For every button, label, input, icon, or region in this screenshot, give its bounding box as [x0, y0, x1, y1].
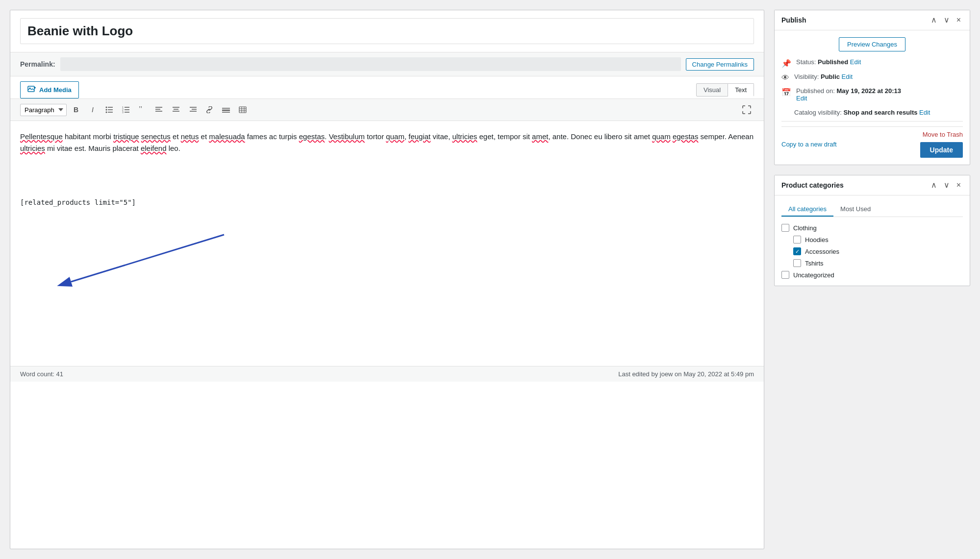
list-item: Tshirts	[781, 259, 963, 267]
post-title-input[interactable]: Beanie with Logo	[20, 18, 754, 44]
clothing-label: Clothing	[793, 224, 817, 232]
add-media-label: Add Media	[39, 86, 72, 94]
visibility-text: Visibility: Public Edit	[794, 73, 853, 80]
uncategorized-label: Uncategorized	[793, 271, 834, 279]
publish-panel-down[interactable]: ∨	[942, 15, 952, 25]
list-item: Uncategorized	[781, 271, 963, 279]
change-permalinks-button[interactable]: Change Permalinks	[686, 58, 754, 71]
align-left-button[interactable]	[152, 103, 167, 117]
accessories-checkbox[interactable]: ✓	[793, 247, 801, 255]
published-edit-link[interactable]: Edit	[796, 95, 807, 102]
tab-visual[interactable]: Visual	[696, 83, 728, 97]
tab-all-categories[interactable]: All categories	[781, 202, 833, 217]
tshirts-checkbox[interactable]	[793, 259, 801, 267]
clothing-checkbox[interactable]	[781, 224, 789, 232]
calendar-icon: 📅	[781, 88, 791, 97]
svg-text:3: 3	[122, 111, 124, 113]
status-icon: 📌	[781, 59, 791, 68]
catalog-edit-link[interactable]: Edit	[919, 109, 930, 116]
shortcode-text: [related_products limit="5"]	[20, 198, 754, 206]
list-item: Clothing	[781, 224, 963, 232]
align-right-button[interactable]	[185, 103, 200, 117]
visibility-icon: 👁	[781, 73, 789, 82]
align-center-button[interactable]	[169, 103, 183, 117]
preview-changes-button[interactable]: Preview Changes	[839, 37, 905, 51]
ordered-list-button[interactable]: 123	[119, 103, 133, 117]
word-count-area: Word count: 41	[20, 370, 63, 378]
accessories-label: Accessories	[805, 248, 839, 255]
hoodies-label: Hoodies	[805, 236, 829, 243]
editor-body-text: Pellentesque habitant morbi tristique se…	[20, 131, 754, 154]
list-item: ✓ Accessories	[781, 247, 963, 255]
update-button[interactable]: Update	[920, 142, 963, 158]
paragraph-format-select[interactable]: Paragraph	[20, 104, 67, 116]
word-count-label: Word count:	[20, 370, 54, 378]
publish-panel: Publish ∧ ∨ × Preview Changes 📌 Status: …	[774, 10, 970, 165]
catalog-visibility-text: Catalog visibility: Shop and search resu…	[794, 109, 963, 116]
tab-most-used[interactable]: Most Used	[833, 202, 878, 217]
categories-panel-title: Product categories	[781, 181, 844, 189]
category-list: Clothing Hoodies ✓ Accessories	[781, 224, 963, 279]
published-text: Published on: May 19, 2022 at 20:13 Edit	[796, 87, 901, 102]
link-button[interactable]	[202, 103, 217, 117]
publish-panel-up[interactable]: ∧	[929, 15, 939, 25]
tab-text[interactable]: Text	[728, 83, 754, 97]
tshirts-label: Tshirts	[805, 260, 824, 267]
word-count-value: 41	[56, 370, 63, 378]
fullscreen-button[interactable]	[739, 103, 754, 117]
svg-text:": "	[139, 106, 142, 113]
publish-panel-close[interactable]: ×	[955, 15, 963, 25]
horizontal-rule-button[interactable]	[219, 103, 233, 117]
categories-panel-down[interactable]: ∨	[942, 180, 952, 190]
blockquote-button[interactable]: "	[135, 103, 150, 117]
table-button[interactable]	[235, 103, 250, 117]
categories-panel-up[interactable]: ∧	[929, 180, 939, 190]
add-media-icon	[27, 85, 36, 95]
list-item: Hoodies	[781, 236, 963, 243]
move-to-trash-link[interactable]: Move to Trash	[923, 131, 963, 138]
permalink-label: Permalink:	[20, 60, 55, 68]
unordered-list-button[interactable]	[102, 103, 117, 117]
last-edited-text: Last edited by joew on May 20, 2022 at 5…	[618, 370, 754, 378]
publish-panel-title: Publish	[781, 16, 806, 24]
copy-to-draft-link[interactable]: Copy to a new draft	[781, 141, 837, 148]
status-text: Status: Published Edit	[796, 58, 861, 66]
svg-line-35	[71, 235, 224, 282]
arrow-annotation	[50, 229, 246, 288]
bold-button[interactable]: B	[69, 103, 83, 117]
visibility-edit-link[interactable]: Edit	[842, 73, 853, 80]
svg-rect-29	[239, 107, 246, 113]
status-edit-link[interactable]: Edit	[850, 58, 861, 66]
add-media-button[interactable]: Add Media	[20, 81, 79, 98]
categories-panel: Product categories ∧ ∨ × All categories …	[774, 175, 970, 286]
italic-button[interactable]: I	[85, 103, 100, 117]
sidebar: Publish ∧ ∨ × Preview Changes 📌 Status: …	[774, 10, 970, 549]
uncategorized-checkbox[interactable]	[781, 271, 789, 279]
editor-content-area[interactable]: Pellentesque habitant morbi tristique se…	[10, 121, 764, 366]
hoodies-checkbox[interactable]	[793, 236, 801, 243]
svg-point-8	[106, 109, 107, 111]
svg-point-7	[106, 107, 107, 108]
svg-point-9	[106, 112, 107, 113]
categories-panel-close[interactable]: ×	[955, 180, 963, 190]
permalink-url	[60, 57, 681, 71]
